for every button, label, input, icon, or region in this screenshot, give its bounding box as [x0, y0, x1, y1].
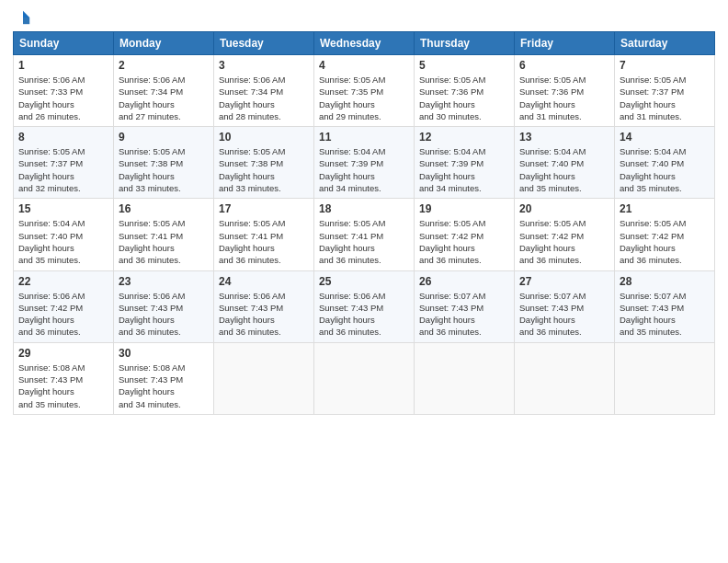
sunrise-label: Sunrise: 5:05 AM [519, 218, 586, 228]
day-info: Sunrise: 5:05 AM Sunset: 7:42 PM Dayligh… [620, 217, 710, 266]
day-info: Sunrise: 5:08 AM Sunset: 7:43 PM Dayligh… [119, 362, 209, 410]
daylight-value: and 26 minutes. [18, 111, 81, 121]
day-cell-2: 2 Sunrise: 5:06 AM Sunset: 7:34 PM Dayli… [114, 55, 214, 127]
daylight-value: and 34 minutes. [319, 183, 381, 193]
sunrise-label: Sunrise: 5:05 AM [119, 218, 185, 228]
day-cell-24: 24 Sunrise: 5:06 AM Sunset: 7:43 PM Dayl… [214, 270, 314, 342]
day-cell-14: 14 Sunrise: 5:04 AM Sunset: 7:40 PM Dayl… [615, 127, 715, 199]
sunset-label: Sunset: 7:40 PM [18, 231, 83, 241]
daylight-label: Daylight hours [319, 171, 375, 181]
day-number: 13 [519, 131, 609, 144]
day-info: Sunrise: 5:05 AM Sunset: 7:36 PM Dayligh… [419, 74, 509, 122]
sunrise-label: Sunrise: 5:04 AM [620, 146, 686, 156]
sunset-label: Sunset: 7:43 PM [219, 303, 283, 313]
daylight-label: Daylight hours [219, 243, 275, 253]
sunset-label: Sunset: 7:33 PM [18, 86, 83, 97]
sunset-label: Sunset: 7:42 PM [620, 231, 684, 241]
day-number: 16 [119, 202, 209, 215]
daylight-value: and 30 minutes. [419, 111, 482, 121]
daylight-value: and 36 minutes. [419, 255, 482, 265]
sunrise-label: Sunrise: 5:06 AM [319, 291, 385, 301]
day-info: Sunrise: 5:04 AM Sunset: 7:39 PM Dayligh… [419, 145, 509, 194]
day-cell-19: 19 Sunrise: 5:05 AM Sunset: 7:42 PM Dayl… [415, 199, 515, 270]
sunset-label: Sunset: 7:37 PM [18, 158, 83, 168]
day-info: Sunrise: 5:05 AM Sunset: 7:36 PM Dayligh… [519, 74, 609, 122]
day-number: 1 [18, 59, 108, 72]
daylight-label: Daylight hours [419, 315, 475, 325]
sunrise-label: Sunrise: 5:06 AM [18, 291, 85, 301]
day-info: Sunrise: 5:06 AM Sunset: 7:33 PM Dayligh… [18, 74, 108, 122]
day-cell-3: 3 Sunrise: 5:06 AM Sunset: 7:34 PM Dayli… [214, 55, 314, 127]
sunset-label: Sunset: 7:41 PM [319, 231, 383, 241]
daylight-value: and 31 minutes. [519, 111, 582, 121]
daylight-label: Daylight hours [620, 243, 676, 253]
day-cell-29: 29 Sunrise: 5:08 AM Sunset: 7:43 PM Dayl… [14, 342, 114, 414]
sunset-label: Sunset: 7:43 PM [18, 374, 83, 385]
day-info: Sunrise: 5:05 AM Sunset: 7:41 PM Dayligh… [219, 217, 309, 266]
weekday-header-tuesday: Tuesday [214, 32, 314, 55]
sunset-label: Sunset: 7:43 PM [319, 303, 383, 313]
sunrise-label: Sunrise: 5:04 AM [419, 146, 485, 156]
daylight-value: and 36 minutes. [119, 255, 181, 265]
day-cell-27: 27 Sunrise: 5:07 AM Sunset: 7:43 PM Dayl… [515, 270, 615, 342]
day-info: Sunrise: 5:08 AM Sunset: 7:43 PM Dayligh… [18, 362, 108, 410]
day-info: Sunrise: 5:04 AM Sunset: 7:40 PM Dayligh… [620, 145, 710, 194]
day-info: Sunrise: 5:04 AM Sunset: 7:39 PM Dayligh… [319, 145, 409, 194]
sunset-label: Sunset: 7:43 PM [519, 303, 584, 313]
sunrise-label: Sunrise: 5:06 AM [119, 291, 185, 301]
day-info: Sunrise: 5:04 AM Sunset: 7:40 PM Dayligh… [18, 217, 108, 266]
daylight-label: Daylight hours [519, 171, 575, 181]
day-info: Sunrise: 5:04 AM Sunset: 7:40 PM Dayligh… [519, 145, 609, 194]
daylight-label: Daylight hours [419, 171, 475, 181]
day-cell-20: 20 Sunrise: 5:05 AM Sunset: 7:42 PM Dayl… [515, 199, 615, 270]
daylight-value: and 35 minutes. [18, 255, 81, 265]
day-cell-23: 23 Sunrise: 5:06 AM Sunset: 7:43 PM Dayl… [114, 270, 214, 342]
day-info: Sunrise: 5:07 AM Sunset: 7:43 PM Dayligh… [419, 290, 509, 339]
daylight-label: Daylight hours [620, 99, 676, 109]
daylight-label: Daylight hours [219, 315, 275, 325]
daylight-label: Daylight hours [219, 171, 275, 181]
day-cell-26: 26 Sunrise: 5:07 AM Sunset: 7:43 PM Dayl… [415, 270, 515, 342]
day-number: 10 [219, 131, 309, 144]
week-row-4: 22 Sunrise: 5:06 AM Sunset: 7:42 PM Dayl… [14, 270, 715, 342]
day-number: 9 [119, 131, 209, 144]
daylight-value: and 27 minutes. [119, 111, 181, 121]
sunset-label: Sunset: 7:39 PM [419, 158, 483, 168]
day-number: 30 [119, 347, 209, 360]
day-number: 7 [620, 59, 710, 72]
day-cell-25: 25 Sunrise: 5:06 AM Sunset: 7:43 PM Dayl… [314, 270, 415, 342]
weekday-header-friday: Friday [515, 32, 615, 55]
daylight-label: Daylight hours [119, 315, 175, 325]
day-cell-16: 16 Sunrise: 5:05 AM Sunset: 7:41 PM Dayl… [114, 199, 214, 270]
sunrise-label: Sunrise: 5:04 AM [18, 218, 85, 228]
daylight-label: Daylight hours [519, 315, 575, 325]
day-number: 5 [419, 59, 509, 72]
daylight-label: Daylight hours [119, 99, 175, 109]
weekday-header-saturday: Saturday [615, 32, 715, 55]
day-number: 19 [419, 202, 509, 215]
day-info: Sunrise: 5:06 AM Sunset: 7:42 PM Dayligh… [18, 290, 108, 339]
sunrise-label: Sunrise: 5:05 AM [18, 146, 85, 156]
day-cell-28: 28 Sunrise: 5:07 AM Sunset: 7:43 PM Dayl… [615, 270, 715, 342]
day-number: 28 [620, 275, 710, 288]
sunrise-label: Sunrise: 5:07 AM [519, 291, 586, 301]
day-info: Sunrise: 5:05 AM Sunset: 7:37 PM Dayligh… [18, 145, 108, 194]
sunset-label: Sunset: 7:36 PM [419, 86, 483, 97]
day-number: 14 [620, 131, 710, 144]
daylight-label: Daylight hours [119, 386, 175, 396]
sunset-label: Sunset: 7:40 PM [620, 158, 684, 168]
daylight-label: Daylight hours [18, 99, 74, 109]
daylight-value: and 31 minutes. [620, 111, 682, 121]
sunset-label: Sunset: 7:36 PM [519, 86, 584, 97]
sunset-label: Sunset: 7:35 PM [319, 86, 383, 97]
sunset-label: Sunset: 7:42 PM [419, 231, 483, 241]
day-number: 18 [319, 202, 409, 215]
daylight-value: and 36 minutes. [419, 327, 482, 337]
week-row-2: 8 Sunrise: 5:05 AM Sunset: 7:37 PM Dayli… [14, 127, 715, 199]
empty-cell [415, 342, 515, 414]
day-cell-1: 1 Sunrise: 5:06 AM Sunset: 7:33 PM Dayli… [14, 55, 114, 127]
daylight-value: and 35 minutes. [620, 327, 682, 337]
daylight-label: Daylight hours [119, 243, 175, 253]
daylight-value: and 32 minutes. [18, 183, 81, 193]
daylight-value: and 34 minutes. [119, 399, 181, 409]
